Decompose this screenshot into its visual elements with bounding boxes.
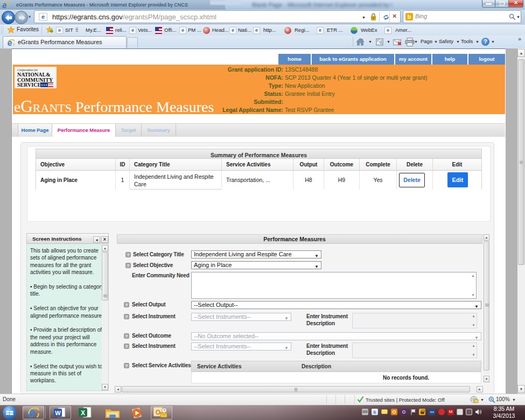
svg-text:X: X [81,409,85,417]
svg-text:W: W [55,410,61,416]
svg-text:O: O [156,409,160,416]
